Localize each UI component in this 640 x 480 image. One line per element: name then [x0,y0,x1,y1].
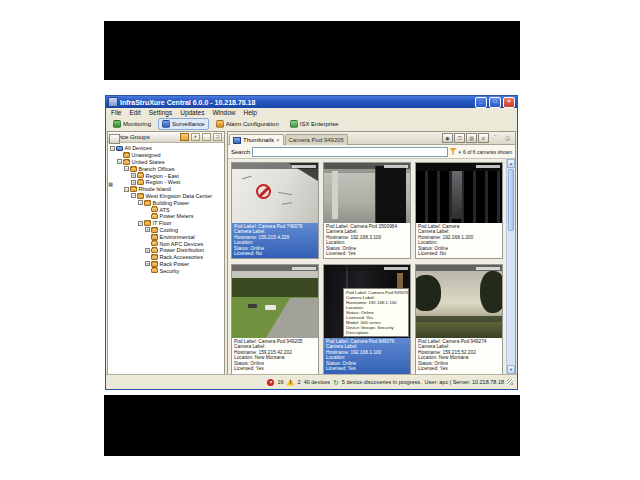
tree-item-ats[interactable]: ATS [108,206,224,213]
title-bar[interactable]: InfraStruXure Central 6.0.0 - 10.218.78.… [106,96,517,108]
tree-item-rhode-island[interactable]: -Rhode Island [108,186,224,193]
expander-icon[interactable]: + [131,180,136,185]
licensed-text: Licensed: Yes [326,251,408,256]
camera-thumbnail-image[interactable] [232,265,318,338]
tree-item-west-kingston-data-center[interactable]: -West Kingston Data Center [108,193,224,200]
camera-card[interactable]: Pod Label: Camera Pod 3500964 Camera Lab… [323,162,411,259]
tree-item-it-floor[interactable]: -IT Floor [108,220,224,227]
restore-view-icon[interactable] [213,133,222,141]
tree-item-label: All Devices [125,145,152,151]
camera-thumbnail-image[interactable]: Pod Label: Camera Pod 949076 Camera Labe… [324,265,410,338]
tree-item-unassigned[interactable]: Unassigned [108,152,224,159]
camera-thumbnail-image[interactable] [416,265,502,338]
vertical-scrollbar[interactable] [506,159,515,374]
alarm-configuration-button[interactable]: Alarm Configuration [212,118,283,130]
expander-icon[interactable]: + [131,173,136,178]
tree-item-region-east[interactable]: +Region - East [108,172,224,179]
scrollbar-track[interactable] [507,232,515,365]
search-label: Search [231,149,250,155]
close-tab-icon[interactable] [276,137,280,143]
camera-thumbnail-image[interactable] [232,163,318,223]
camera-card[interactable]: Pod Label: Camera Pod 949274 Camera Labe… [415,264,503,376]
warning-icon[interactable] [287,379,295,386]
expander-icon[interactable]: + [145,227,150,232]
tab-thumbnails[interactable]: Thumbnails [229,134,284,145]
minimize-view-icon[interactable] [202,133,211,141]
scroll-up-arrow[interactable] [507,159,515,168]
tree-item-rack-accessories[interactable]: Rack Accessories [108,254,224,261]
folder-icon [137,180,144,186]
menu-settings[interactable]: Settings [145,109,177,116]
camera-thumbnail-image[interactable] [324,163,410,223]
menu-updates[interactable]: Updates [176,109,208,116]
camera-card[interactable]: Pod Label: Camera Pod 949205 Camera Labe… [231,264,319,376]
camera-icon[interactable] [442,133,453,143]
minimize-button[interactable] [475,97,487,108]
tree-item-power-distribution[interactable]: +Power Distribution [108,247,224,254]
close-button[interactable] [503,97,515,108]
expander-icon[interactable]: - [117,159,122,164]
tree-item-non-apc-devices[interactable]: Non APC Devices [108,240,224,247]
grid-view-icon[interactable] [109,134,120,144]
list-view-icon[interactable] [478,133,489,143]
tree-item-label: Power Distribution [160,247,205,253]
search-input[interactable] [252,147,448,157]
expander-icon[interactable]: + [145,261,150,266]
expander-icon[interactable]: + [145,248,150,253]
monitoring-button[interactable]: Monitoring [109,118,155,130]
view-menu-icon[interactable] [191,133,200,141]
isx-enterprise-button[interactable]: ISX Enterprise [286,118,343,130]
split-view-icon[interactable] [466,133,477,143]
expander-icon[interactable]: - [124,166,129,171]
warning-count: 2 [298,379,301,385]
camera-card[interactable]: Pod Label: Camera Camera Label: Hostname… [415,162,503,259]
expander-icon[interactable]: - [138,221,143,226]
camera-thumbnail-image[interactable] [416,163,502,223]
tree-item-branch-offices[interactable]: -Branch Offices [108,165,224,172]
device-groups-panel: Device Groups -All Devices Unassigned -U… [107,131,225,375]
error-icon[interactable] [267,379,274,386]
expander-icon[interactable]: - [110,146,115,151]
maximize-button[interactable] [489,97,501,108]
minimize-view-icon[interactable] [490,133,501,143]
tree-item-label: Rack Accessories [160,254,203,260]
surveillance-button[interactable]: Surveillance [158,118,209,130]
tree-item-all-devices[interactable]: -All Devices [108,145,224,152]
restore-view-icon[interactable] [502,133,513,143]
expander-icon[interactable]: - [124,187,129,192]
collapse-all-icon[interactable] [180,133,189,141]
menu-help[interactable]: Help [240,109,261,116]
tree-item-label: United States [132,159,165,165]
tree-item-united-states[interactable]: -United States [108,159,224,166]
scroll-down-arrow[interactable] [507,365,515,374]
tree-item-region-west[interactable]: +Region - West [108,179,224,186]
tree-item-security[interactable]: Security [108,267,224,274]
filter-dropdown-icon[interactable]: ▾ [459,149,462,155]
expander-icon[interactable]: - [138,200,143,205]
rack-aisle [452,171,462,219]
tree-item-building-power[interactable]: -Building Power [108,199,224,206]
camera-card[interactable]: Pod Label: Camera Pod 949076 Camera Labe… [323,264,411,376]
menu-window[interactable]: Window [208,109,239,116]
cascade-view-icon[interactable] [454,133,465,143]
expander-icon[interactable]: - [131,193,136,198]
scrollbar-thumb[interactable] [508,169,514,231]
surveillance-view: Thumbnails Camera Pod 949205 Search [227,131,516,375]
vehicle [248,304,257,308]
resize-grip[interactable] [507,379,513,385]
tab-camera-pod[interactable]: Camera Pod 949205 [285,134,348,145]
tree-item-power-meters[interactable]: Power Meters [108,213,224,220]
surveillance-label: Surveillance [172,121,205,127]
menu-edit[interactable]: Edit [125,109,144,116]
menu-file[interactable]: File [107,109,125,116]
camera-caption: Pod Label: Camera Pod 949205 Camera Labe… [232,338,318,375]
tree-item-environmental[interactable]: Environmental [108,233,224,240]
tree-item-rack-power[interactable]: +Rack Power [108,261,224,268]
tree-item-cooling[interactable]: +Cooling [108,227,224,234]
filter-funnel-icon[interactable] [450,148,457,155]
discovery-status-text: 5 device discoveries in progress. [342,379,422,385]
camera-card[interactable]: Pod Label: Camera Pod 749079 Camera Labe… [231,162,319,259]
tree-item-label: IT Floor [153,220,172,226]
isx-enterprise-icon [290,120,298,128]
device-groups-tree: -All Devices Unassigned -United States -… [108,143,224,374]
